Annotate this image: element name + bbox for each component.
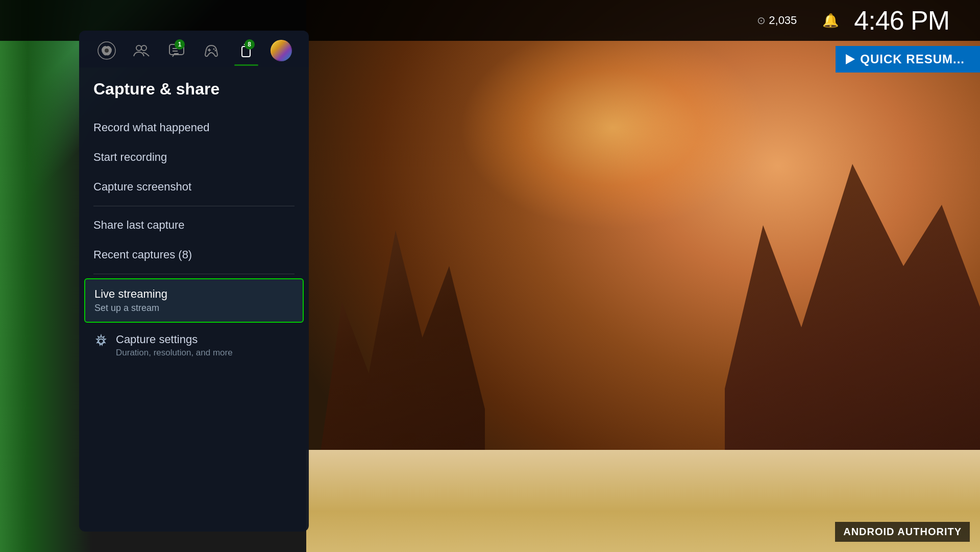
- quick-resume-button[interactable]: QUICK RESUM...: [836, 46, 980, 73]
- menu-item-live-streaming[interactable]: Live streaming Set up a stream: [84, 278, 304, 323]
- people-icon: [132, 41, 151, 60]
- menu-item-share-last-capture[interactable]: Share last capture: [93, 210, 295, 240]
- nav-item-share[interactable]: 8: [229, 41, 263, 66]
- play-icon: [846, 54, 855, 64]
- menu-item-record-what-happened[interactable]: Record what happened: [93, 113, 295, 142]
- nav-bar: 1 8: [79, 31, 309, 67]
- nav-item-controller[interactable]: [194, 41, 229, 66]
- clock-display: 4:46 PM: [854, 5, 949, 36]
- svg-point-1: [105, 49, 109, 53]
- green-edge-glow: [0, 0, 92, 552]
- menu-item-recent-captures[interactable]: Recent captures (8): [93, 240, 295, 270]
- panel-title: Capture & share: [93, 80, 295, 99]
- chat-badge: 1: [175, 39, 185, 50]
- divider-1: [93, 206, 295, 206]
- divider-2: [93, 274, 295, 274]
- svg-point-3: [141, 45, 146, 51]
- svg-point-2: [136, 45, 141, 51]
- controller-icon: [202, 41, 220, 60]
- avatar-image: [272, 41, 291, 60]
- share-badge: 8: [244, 39, 255, 50]
- capture-settings-subtitle: Duration, resolution, and more: [116, 348, 233, 358]
- panel-content: Capture & share Record what happened Sta…: [79, 67, 309, 532]
- watermark: ANDROID AUTHORITY: [835, 522, 970, 542]
- menu-item-capture-screenshot[interactable]: Capture screenshot: [93, 172, 295, 202]
- credits-icon: ⊙: [757, 14, 766, 27]
- nav-item-xbox[interactable]: [89, 41, 124, 66]
- guide-panel: 1 8: [79, 31, 309, 532]
- quick-resume-label: QUICK RESUM...: [860, 52, 965, 66]
- avatar: [271, 40, 292, 61]
- nav-item-profile[interactable]: [264, 40, 299, 67]
- sky-glow: [459, 26, 766, 230]
- capture-settings-text: Capture settings Duration, resolution, a…: [116, 333, 233, 358]
- credits-value: 2,035: [769, 14, 797, 27]
- bell-icon[interactable]: 🔔: [822, 13, 839, 29]
- nav-item-chat[interactable]: 1: [159, 41, 194, 66]
- live-streaming-subtitle: Set up a stream: [94, 303, 293, 314]
- svg-point-10: [215, 50, 216, 52]
- settings-gear-icon: [93, 334, 109, 353]
- capture-settings-title: Capture settings: [116, 333, 233, 346]
- credits-display: ⊙ 2,035: [757, 14, 797, 27]
- svg-point-9: [213, 49, 215, 50]
- watermark-text: ANDROID AUTHORITY: [843, 526, 962, 537]
- menu-item-start-recording[interactable]: Start recording: [93, 142, 295, 172]
- menu-item-capture-settings[interactable]: Capture settings Duration, resolution, a…: [93, 325, 295, 366]
- nav-item-people[interactable]: [124, 41, 159, 66]
- live-streaming-title: Live streaming: [94, 287, 293, 301]
- xbox-icon: [97, 41, 116, 60]
